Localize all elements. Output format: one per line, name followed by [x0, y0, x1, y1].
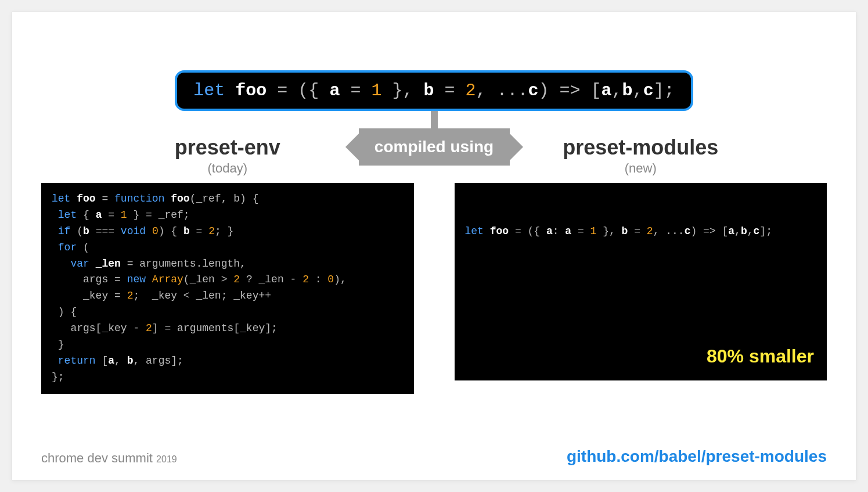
- column-preset-env: preset-env (today) let foo = function fo…: [41, 135, 414, 394]
- source-code-box: let foo = ({ a = 1 }, b = 2, ...c) => [a…: [175, 70, 693, 111]
- column-preset-modules: preset-modules (new) let foo = ({ a: a =…: [455, 135, 827, 380]
- smaller-badge: 80% smaller: [707, 342, 814, 371]
- connector-stem: [431, 111, 438, 128]
- event-year: 2019: [156, 454, 177, 464]
- source-row: let foo = ({ a = 1 }, b = 2, ...c) => [a…: [41, 70, 827, 111]
- connector-diagram: compiled using: [41, 111, 827, 169]
- right-code-box: let foo = ({ a: a = 1 }, b = 2, ...c) =>…: [455, 183, 827, 380]
- event-name: chrome dev summit: [41, 451, 153, 465]
- columns: preset-env (today) let foo = function fo…: [41, 135, 827, 394]
- footer-link[interactable]: github.com/babel/preset-modules: [567, 447, 827, 466]
- left-code-box: let foo = function foo(_ref, b) { let { …: [41, 183, 414, 394]
- slide: let foo = ({ a = 1 }, b = 2, ...c) => [a…: [12, 12, 856, 480]
- footer-event: chrome dev summit 2019: [41, 451, 177, 466]
- compiled-using-label: compiled using: [359, 128, 510, 166]
